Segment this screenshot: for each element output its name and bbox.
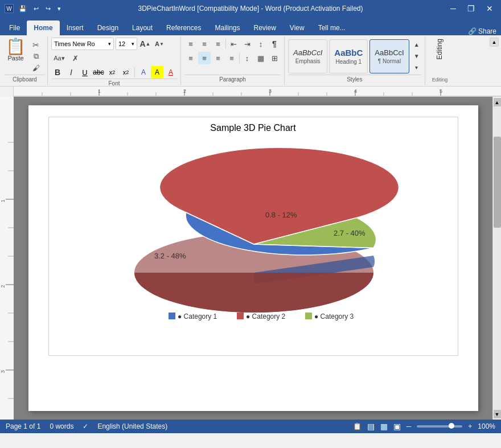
decrease-indent-btn[interactable]: ⇤	[227, 38, 240, 50]
styles-gallery: AaBbCcI Emphasis AaBbC Heading 1 AaBbCcI…	[288, 38, 421, 75]
read-mode-btn[interactable]: ▤	[367, 422, 375, 431]
highlight-btn[interactable]: A	[151, 66, 163, 79]
restore-btn[interactable]: ❐	[464, 4, 478, 13]
copy-btn[interactable]: ⧉	[28, 51, 44, 61]
sort-btn[interactable]: ↕	[254, 38, 267, 50]
style-emphasis[interactable]: AaBbCcI Emphasis	[288, 39, 327, 73]
label-cat3: 0.8 - 12%	[265, 211, 297, 219]
text-effects-btn[interactable]: A	[137, 66, 150, 79]
print-layout-btn[interactable]: ▦	[380, 422, 388, 431]
quick-save-btn[interactable]: 💾	[17, 5, 28, 13]
window-title: 3DPieChartInWord [Compatibility Mode] - …	[138, 5, 363, 13]
para-row2: ≡ ≡ ≡ ≡ ↕ ▦ ⊞	[184, 52, 281, 64]
editing-label: Editing	[436, 39, 443, 60]
minimize-btn[interactable]: ─	[447, 4, 459, 13]
font-name-select[interactable]: Times New Ro ▾	[51, 38, 114, 50]
zoom-thumb[interactable]	[449, 423, 454, 429]
styles-more[interactable]: ▾	[412, 63, 421, 73]
styles-label: Styles	[288, 75, 421, 84]
redo-btn[interactable]: ↪	[44, 5, 52, 13]
font-color-btn[interactable]: A	[165, 66, 177, 79]
scroll-track[interactable]	[494, 106, 501, 410]
font-size-select[interactable]: 12 ▾	[116, 38, 137, 50]
tab-tell-me[interactable]: Tell me...	[311, 20, 352, 35]
strikethrough-btn[interactable]: abc	[92, 66, 105, 79]
collapse-ribbon-btn[interactable]: ▲	[490, 38, 499, 47]
document-page[interactable]: Sample 3D Pie Chart	[28, 105, 478, 411]
track-changes-btn[interactable]: 📋	[353, 422, 362, 430]
align-center-btn[interactable]: ≡	[198, 52, 211, 64]
proofing-icon[interactable]: ✓	[83, 422, 88, 430]
underline-btn[interactable]: U	[79, 66, 91, 79]
superscript-btn[interactable]: x2	[120, 66, 132, 79]
style-heading1[interactable]: AaBbC Heading 1	[329, 39, 368, 73]
main-area: 1 2 3 Sample 3D Pie Chart	[0, 97, 501, 420]
web-view-btn[interactable]: ▣	[393, 422, 401, 431]
tab-design[interactable]: Design	[91, 20, 125, 35]
shading-btn[interactable]: ▦	[254, 52, 267, 64]
multilevel-btn[interactable]: ≡	[212, 38, 224, 50]
tab-mailings[interactable]: Mailings	[208, 20, 247, 35]
legend-color-cat2	[237, 313, 244, 319]
bold-btn[interactable]: B	[51, 66, 64, 79]
numbering-btn[interactable]: ≡	[198, 38, 211, 50]
scroll-up-btn[interactable]: ▲	[494, 98, 501, 106]
tab-file[interactable]: File	[2, 20, 27, 35]
tab-home[interactable]: Home	[27, 20, 59, 35]
quick-access-dropdown[interactable]: ▾	[56, 5, 63, 13]
scroll-thumb[interactable]	[494, 137, 501, 228]
chart-title: Sample 3D Pie Chart	[55, 123, 452, 133]
share-btn[interactable]: 🔗 Share	[468, 27, 496, 35]
font-row3: B I U abc x2 x2 A A A	[51, 66, 177, 79]
style-normal[interactable]: AaBbCcI ¶ Normal	[369, 39, 409, 73]
pie-chart-svg: 2.7 - 40% 3.2 - 48% 0.8 - 12% ● Category…	[55, 136, 453, 330]
editing-group-label: Editing	[432, 77, 448, 83]
close-btn[interactable]: ✕	[483, 4, 496, 13]
scroll-down-btn[interactable]: ▼	[494, 410, 501, 418]
styles-scroll-down[interactable]: ▼	[412, 51, 421, 61]
clear-format-btn[interactable]: ✗	[69, 52, 81, 64]
zoom-slider[interactable]	[417, 425, 462, 428]
tab-insert[interactable]: Insert	[60, 20, 91, 35]
line-spacing-btn[interactable]: ↕	[241, 52, 253, 64]
legend-label-cat3: ● Category 3	[314, 313, 354, 320]
legend-color-cat1	[169, 313, 175, 319]
tab-view[interactable]: View	[283, 20, 311, 35]
show-hide-btn[interactable]: ¶	[268, 38, 281, 50]
align-left-btn[interactable]: ≡	[184, 52, 197, 64]
format-painter-btn[interactable]: 🖌	[28, 63, 44, 73]
align-right-btn[interactable]: ≡	[212, 52, 224, 64]
tab-review[interactable]: Review	[247, 20, 282, 35]
justify-btn[interactable]: ≡	[225, 52, 238, 64]
cut-btn[interactable]: ✂	[28, 40, 44, 50]
shrink-font-btn[interactable]: A▼	[153, 38, 166, 50]
zoom-out-btn[interactable]: ─	[406, 422, 412, 430]
paste-button[interactable]: 📋 Paste	[5, 38, 27, 63]
borders-btn[interactable]: ⊞	[268, 52, 281, 64]
change-case-btn[interactable]: Aa▾	[51, 52, 67, 64]
grow-font-btn[interactable]: A▲	[139, 38, 151, 50]
tab-layout[interactable]: Layout	[125, 20, 159, 35]
ribbon: 📋 Paste ✂ ⧉ 🖌 Clipboard Times New Ro ▾ 1…	[0, 35, 501, 87]
ribbon-clipboard-group: 📋 Paste ✂ ⧉ 🖌 Clipboard	[2, 36, 48, 85]
clipboard-small-btns: ✂ ⧉ 🖌	[28, 40, 44, 73]
svg-rect-0	[14, 87, 501, 96]
zoom-in-btn[interactable]: +	[468, 422, 472, 430]
font-row1: Times New Ro ▾ 12 ▾ A▲ A▼	[51, 38, 177, 50]
bullets-btn[interactable]: ≡	[184, 38, 197, 50]
language[interactable]: English (United States)	[97, 422, 167, 430]
subscript-btn[interactable]: x2	[106, 66, 118, 79]
styles-scroll-up[interactable]: ▲	[412, 40, 421, 50]
legend-label-cat1: ● Category 1	[178, 313, 217, 320]
vertical-ruler-svg: 1 2 3	[0, 97, 14, 420]
tab-references[interactable]: References	[159, 20, 208, 35]
ruler-container: 1 2 3 4 5	[0, 87, 501, 97]
undo-btn[interactable]: ↩	[32, 5, 40, 13]
ruler-corner	[0, 87, 14, 97]
increase-indent-btn[interactable]: ⇥	[241, 38, 253, 50]
italic-btn[interactable]: I	[65, 66, 77, 79]
ribbon-styles-group: AaBbCcI Emphasis AaBbC Heading 1 AaBbCcI…	[285, 36, 425, 85]
vertical-scrollbar[interactable]: ▲ ▼	[492, 97, 501, 420]
ribbon-paragraph-group: ≡ ≡ ≡ ⇤ ⇥ ↕ ¶ ≡ ≡ ≡ ≡ ↕ ▦ ⊞ Paragraph	[181, 36, 285, 85]
status-bar: Page 1 of 1 0 words ✓ English (United St…	[0, 420, 501, 433]
